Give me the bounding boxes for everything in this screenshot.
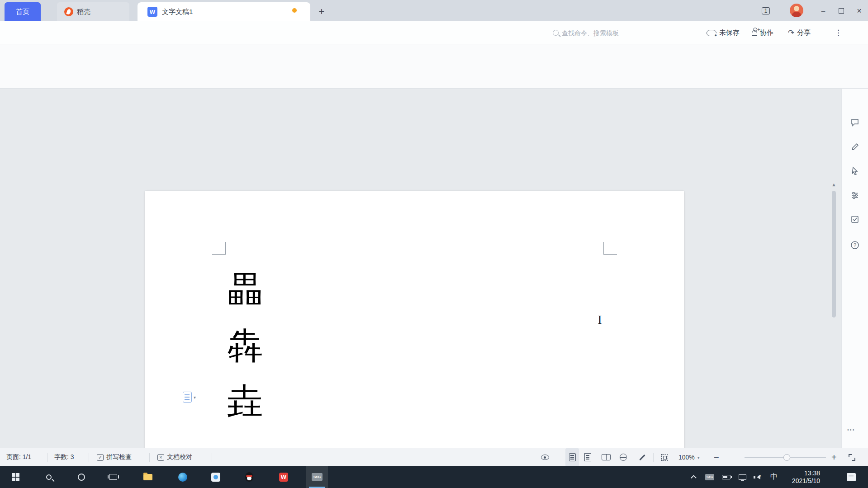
window-count-badge: 1 — [762, 7, 770, 14]
window-manage-button[interactable]: 1 — [758, 0, 773, 21]
folder-icon — [143, 474, 152, 480]
edge-icon — [178, 473, 187, 482]
action-center-button[interactable] — [842, 466, 860, 488]
zoom-out-button[interactable]: − — [714, 448, 719, 466]
document-canvas[interactable]: 畾 犇 垚 I ▲ ▼ ▲▲ ▼▼ — [0, 89, 841, 448]
outline-view-button[interactable] — [584, 448, 591, 466]
person-plus-icon — [752, 30, 757, 36]
cortana-button[interactable] — [71, 466, 92, 488]
fit-page-icon — [661, 454, 668, 461]
divider — [212, 453, 212, 462]
title-tab-bar: 首页 稻壳 W 文字文稿1 + 1 — [0, 0, 868, 21]
new-tab-button[interactable]: + — [314, 4, 329, 19]
margin-mark-left — [212, 242, 226, 255]
search-input[interactable] — [562, 29, 639, 37]
maximize-button[interactable] — [832, 0, 850, 21]
x-box-icon: × — [157, 454, 164, 461]
eye-protect-button[interactable] — [541, 448, 549, 466]
volume-muted-icon[interactable] — [751, 466, 766, 488]
wps-writer-window: 首页 稻壳 W 文字文稿1 + 1 文件 — [0, 0, 868, 488]
wps-button[interactable]: W — [273, 466, 294, 488]
text-cursor-pointer: I — [597, 314, 602, 326]
select-pane-icon[interactable] — [849, 165, 861, 177]
photos-app-button[interactable] — [205, 466, 227, 488]
ribbon-toolbar: 粘贴 剪切 复制 格式刷 宋体 初号 A+ A− wén 文 — [0, 44, 868, 89]
tray-cast-icon[interactable]: S>G — [702, 466, 717, 488]
notification-icon — [847, 473, 856, 481]
tab-document[interactable]: W 文字文稿1 — [138, 2, 310, 21]
zoom-level[interactable]: 100% — [678, 448, 700, 466]
more-menu-button[interactable] — [835, 27, 842, 39]
taskbar-search-button[interactable] — [38, 466, 60, 488]
fullscreen-button[interactable] — [849, 448, 855, 466]
zoom-slider-knob[interactable] — [783, 454, 790, 461]
tab-home[interactable]: 首页 — [5, 2, 41, 21]
share-icon — [788, 28, 794, 38]
status-bar: 页面: 1/1 字数: 3 ✓ 拼写检查 × 文档校对 100% − + — [0, 448, 868, 466]
cloud-icon — [707, 30, 716, 36]
save-status[interactable]: 未保存 — [707, 27, 740, 39]
fullscreen-icon — [849, 454, 855, 461]
minimize-button[interactable] — [814, 0, 832, 21]
ime-indicator[interactable]: 中 — [767, 466, 781, 488]
pen-tool-icon[interactable] — [849, 141, 861, 153]
clock-date: 2021/5/10 — [792, 477, 820, 485]
page-view-icon — [569, 453, 576, 461]
document-title: 文字文稿1 — [162, 8, 193, 16]
close-button[interactable] — [850, 0, 868, 21]
command-search[interactable] — [553, 26, 643, 39]
paragraph-layout-icon — [183, 392, 192, 403]
help-icon[interactable]: ? — [849, 239, 861, 251]
doc-text-line-3[interactable]: 垚 — [227, 378, 281, 425]
qq-button[interactable] — [238, 466, 260, 488]
read-layout-button[interactable] — [602, 448, 611, 466]
start-button[interactable] — [5, 466, 26, 488]
chevron-up-icon — [691, 475, 697, 481]
task-view-button[interactable] — [102, 466, 124, 488]
fit-page-button[interactable] — [661, 448, 668, 466]
collaborate-button[interactable]: 协作 — [752, 27, 773, 39]
unsaved-indicator-dot — [292, 8, 297, 13]
scroll-up-icon[interactable]: ▲ — [830, 182, 837, 187]
vertical-scrollbar[interactable]: ▲ ▼ ▲▲ ▼▼ — [830, 179, 837, 488]
battery-icon[interactable] — [718, 466, 734, 488]
divider — [47, 453, 47, 462]
doc-text-line-2[interactable]: 犇 — [227, 322, 281, 370]
edge-button[interactable] — [172, 466, 194, 488]
web-layout-button[interactable] — [620, 448, 627, 466]
cast-app-button[interactable]: S>G — [306, 466, 328, 488]
search-icon — [46, 474, 52, 480]
word-count[interactable]: 字数: 3 — [54, 448, 74, 466]
side-toolbar: ? — [841, 89, 868, 448]
doc-text-line-1[interactable]: 畾 — [227, 266, 281, 313]
document-page[interactable]: 畾 犇 垚 — [145, 191, 684, 488]
network-icon[interactable] — [735, 466, 750, 488]
comment-panel-icon[interactable] — [849, 117, 861, 128]
zoom-caret-icon — [697, 455, 700, 460]
task-pane-icon[interactable] — [849, 213, 861, 225]
minimize-icon — [821, 7, 825, 15]
scrollbar-thumb[interactable] — [832, 191, 836, 317]
book-icon — [602, 454, 611, 460]
tray-expand-button[interactable] — [686, 466, 701, 488]
user-avatar[interactable] — [790, 4, 803, 17]
ink-button[interactable] — [639, 448, 646, 466]
properties-tune-icon[interactable] — [849, 190, 861, 201]
file-explorer-button[interactable] — [137, 466, 159, 488]
tab-docer[interactable]: 稻壳 — [57, 2, 129, 21]
check-icon: ✓ — [97, 454, 104, 461]
docer-flame-icon — [64, 7, 73, 16]
page-indicator: 页面: 1/1 — [6, 448, 31, 466]
zoom-slider[interactable] — [745, 457, 826, 458]
share-button[interactable]: 分享 — [788, 27, 811, 39]
taskbar-clock[interactable]: 13:38 2021/5/10 — [784, 466, 828, 488]
paragraph-layout-button[interactable] — [183, 391, 200, 403]
margin-mark-right — [603, 242, 617, 255]
side-more-icon[interactable] — [847, 425, 855, 433]
windows-logo-icon — [12, 473, 19, 481]
spell-check-toggle[interactable]: ✓ 拼写检查 — [97, 448, 132, 466]
proofread-toggle[interactable]: × 文档校对 — [157, 448, 192, 466]
page-view-button[interactable] — [565, 448, 579, 466]
clock-time: 13:38 — [792, 469, 820, 477]
zoom-in-button[interactable]: + — [831, 448, 837, 466]
